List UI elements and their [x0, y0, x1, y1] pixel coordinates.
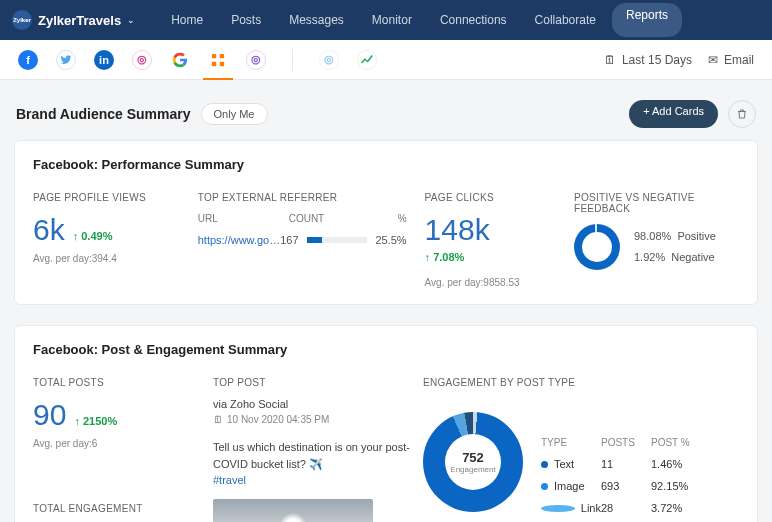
referrer-bar [307, 237, 367, 243]
avg-label: Avg. per day: [33, 438, 92, 449]
th-pct: POST % [651, 437, 701, 448]
svg-rect-2 [212, 61, 216, 65]
card-title: Facebook: Performance Summary [33, 157, 739, 172]
feedback-donut [574, 224, 620, 270]
total-engagement-label: TOTAL ENGAGEMENT [33, 503, 203, 514]
referrer-row: https://www.go… 167 25.5% [198, 234, 407, 246]
posts-cell: 11 [601, 458, 651, 470]
facebook-performance-card: Facebook: Performance Summary PAGE PROFI… [14, 140, 758, 305]
profile-views-label: PAGE PROFILE VIEWS [33, 192, 180, 203]
negative-label: Negative [671, 251, 714, 263]
profile-views-delta: ↑ 0.49% [73, 230, 113, 242]
profile-views-value: 6k [33, 213, 65, 247]
top-post-image [213, 499, 373, 523]
total-posts-delta: ↑ 2150% [74, 415, 117, 427]
referrer-pct: 25.5% [367, 234, 407, 246]
date-range-label: Last 15 Days [622, 53, 692, 67]
avg-value: 6 [92, 438, 98, 449]
facebook-post-card: Facebook: Post & Engagement Summary TOTA… [14, 325, 758, 522]
clicks-delta: ↑ 7.08% [425, 251, 564, 263]
divider [292, 49, 293, 71]
target-icon[interactable]: ◎ [246, 50, 266, 70]
type-cell: Text [554, 458, 574, 470]
nav-connections[interactable]: Connections [428, 3, 519, 37]
engagement-donut: 752 Engagement [423, 412, 523, 512]
avg-label: Avg. per day: [33, 253, 92, 264]
scope-chip[interactable]: Only Me [201, 103, 268, 125]
grid-icon[interactable] [208, 50, 228, 70]
referrer-count: 167 [280, 234, 298, 246]
card-title: Facebook: Post & Engagement Summary [33, 342, 739, 357]
total-posts-label: TOTAL POSTS [33, 377, 203, 388]
top-post-text: Tell us which destination is on your pos… [213, 441, 410, 470]
channel-iconbar: f in ◎ ◎ ◎ 🗓 Last 15 Days ✉ Email [0, 40, 772, 80]
th-url: URL [198, 213, 289, 224]
donut-center-value: 752 [462, 450, 484, 465]
add-cards-button[interactable]: + Add Cards [629, 100, 718, 128]
pct-cell: 3.72% [651, 502, 701, 514]
top-post-hashtag[interactable]: #travel [213, 474, 246, 486]
top-post-label: TOP POST [213, 377, 413, 388]
nav-collaborate[interactable]: Collaborate [523, 3, 608, 37]
table-row: Image 693 92.15% [541, 475, 701, 497]
posts-cell: 28 [601, 502, 651, 514]
top-post-source: via Zoho Social [213, 398, 413, 410]
analytics-icon[interactable] [357, 50, 377, 70]
negative-pct: 1.92% [634, 251, 665, 263]
calendar-icon: 🗓 [604, 53, 616, 67]
engagement-label: ENGAGEMENT BY POST TYPE [423, 377, 739, 388]
table-row: Text 11 1.46% [541, 453, 701, 475]
email-label: Email [724, 53, 754, 67]
brand-name[interactable]: ZylkerTravels [38, 13, 121, 28]
email-button[interactable]: ✉ Email [708, 53, 754, 67]
donut-center-label: Engagement [450, 465, 495, 474]
dot-icon [541, 483, 548, 490]
page-title: Brand Audience Summary [16, 106, 191, 122]
avg-label: Avg. per day: [425, 277, 484, 288]
top-nav: Zylker ZylkerTravels ⌄ Home Posts Messag… [0, 0, 772, 40]
linkedin-icon[interactable]: in [94, 50, 114, 70]
dot-icon [541, 505, 575, 512]
referrer-label: TOP EXTERNAL REFERRER [198, 192, 407, 203]
nav-reports[interactable]: Reports [612, 3, 682, 37]
pct-cell: 92.15% [651, 480, 701, 492]
total-posts-value: 90 [33, 398, 66, 432]
feedback-label: POSITIVE VS NEGATIVE FEEDBACK [574, 192, 739, 214]
page-header: Brand Audience Summary Only Me + Add Car… [0, 80, 772, 140]
th-pct: % [367, 213, 407, 224]
svg-rect-3 [220, 61, 224, 65]
twitter-icon[interactable] [56, 50, 76, 70]
positive-label: Positive [677, 230, 716, 242]
overview-icon[interactable]: ◎ [319, 50, 339, 70]
th-posts: POSTS [601, 437, 651, 448]
svg-rect-1 [220, 53, 224, 57]
positive-pct: 98.08% [634, 230, 671, 242]
nav-home[interactable]: Home [159, 3, 215, 37]
clicks-value: 148k [425, 213, 564, 247]
google-business-icon[interactable] [170, 50, 190, 70]
clicks-label: PAGE CLICKS [425, 192, 564, 203]
nav-monitor[interactable]: Monitor [360, 3, 424, 37]
avg-value: 9858.53 [483, 277, 519, 288]
brand-caret-icon[interactable]: ⌄ [127, 15, 135, 25]
instagram-icon[interactable]: ◎ [132, 50, 152, 70]
avg-value: 394.4 [92, 253, 117, 264]
referrer-url[interactable]: https://www.go… [198, 234, 281, 246]
dot-icon [541, 461, 548, 468]
th-count: COUNT [289, 213, 367, 224]
type-cell: Image [554, 480, 585, 492]
calendar-icon: 🗓 [213, 414, 223, 425]
facebook-icon[interactable]: f [18, 50, 38, 70]
top-post-date: 10 Nov 2020 04:35 PM [227, 414, 329, 425]
svg-rect-0 [212, 53, 216, 57]
posts-cell: 693 [601, 480, 651, 492]
trash-icon [736, 108, 748, 120]
table-row: Link 28 3.72% [541, 497, 701, 519]
nav-posts[interactable]: Posts [219, 3, 273, 37]
nav-messages[interactable]: Messages [277, 3, 356, 37]
th-type: TYPE [541, 437, 601, 448]
mail-icon: ✉ [708, 53, 718, 67]
date-range-picker[interactable]: 🗓 Last 15 Days [604, 53, 692, 67]
delete-button[interactable] [728, 100, 756, 128]
type-cell: Link [581, 502, 601, 514]
